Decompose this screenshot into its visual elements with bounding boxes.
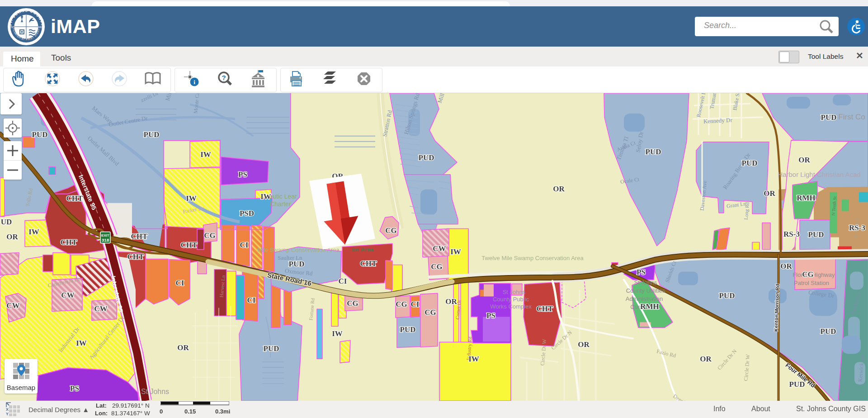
svg-text:County Public: County Public xyxy=(493,296,529,303)
svg-text:CI: CI xyxy=(240,241,249,250)
svg-text:PS: PS xyxy=(637,268,646,276)
svg-text:Y: Y xyxy=(6,412,9,416)
svg-text:Charter: Charter xyxy=(270,200,291,208)
svg-text:CHT: CHT xyxy=(66,194,83,203)
svg-text:CG: CG xyxy=(431,262,442,271)
svg-text:i: i xyxy=(193,79,195,86)
svg-text:CI: CI xyxy=(339,277,347,285)
svg-text:RS-3: RS-3 xyxy=(849,223,865,232)
svg-text:CG: CG xyxy=(385,226,396,235)
svg-text:CW: CW xyxy=(61,291,74,299)
svg-text:CG: CG xyxy=(802,270,813,279)
svg-text:OR: OR xyxy=(578,340,590,349)
svg-text:X: X xyxy=(6,407,9,412)
svg-text:318: 318 xyxy=(102,238,109,242)
svg-text:CG: CG xyxy=(396,300,407,309)
svg-text:PUD: PUD xyxy=(821,113,837,122)
svg-text:Administration: Administration xyxy=(626,295,663,302)
svg-text:Twelve Mile Swamp Conservation: Twelve Mile Swamp Conservation Area xyxy=(481,255,584,261)
svg-text:EST.: EST. xyxy=(9,26,15,28)
svg-text:PUD: PUD xyxy=(719,291,735,300)
svg-text:UD: UD xyxy=(1,218,12,226)
svg-text:IW: IW xyxy=(186,194,197,203)
svg-text:St Johns: St Johns xyxy=(141,388,169,395)
svg-text:CG: CG xyxy=(425,308,436,317)
svg-text:1821: 1821 xyxy=(38,26,43,28)
svg-text:CHT: CHT xyxy=(131,232,148,241)
svg-text:County Utilities: County Utilities xyxy=(626,287,665,294)
svg-text:on Area: on Area xyxy=(352,246,374,253)
svg-text:IW: IW xyxy=(76,339,87,347)
svg-text:PUD: PUD xyxy=(400,325,416,334)
svg-text:IW: IW xyxy=(200,150,211,159)
svg-text:OR: OR xyxy=(553,185,565,193)
svg-text:OR: OR xyxy=(764,189,775,198)
svg-text:OR: OR xyxy=(445,297,457,306)
svg-text:CG: CG xyxy=(347,299,358,308)
svg-text:PUD: PUD xyxy=(808,230,824,239)
svg-text:CHT: CHT xyxy=(360,259,377,268)
svg-text:PS: PS xyxy=(238,170,247,179)
svg-text:OR: OR xyxy=(700,355,712,363)
svg-text:IW: IW xyxy=(468,355,479,363)
svg-text:Patrol Station: Patrol Station xyxy=(794,280,829,286)
svg-text:CI: CI xyxy=(176,279,184,287)
svg-text:PUD: PUD xyxy=(821,327,836,336)
svg-text:PSD: PSD xyxy=(240,209,254,218)
svg-text:CHT: CHT xyxy=(181,241,198,250)
svg-text:PUD: PUD xyxy=(264,344,279,353)
svg-text:OR: OR xyxy=(6,233,18,241)
svg-text:Florida Highway: Florida Highway xyxy=(793,271,835,278)
svg-text:PUD: PUD xyxy=(32,130,48,139)
svg-text:PS: PS xyxy=(486,311,495,320)
svg-text:CW: CW xyxy=(433,244,446,253)
svg-text:RMH: RMH xyxy=(797,194,816,202)
svg-text:IW: IW xyxy=(332,329,343,338)
svg-text:CHT: CHT xyxy=(127,252,144,261)
svg-text:CHT: CHT xyxy=(537,304,553,313)
svg-text:CW: CW xyxy=(94,304,107,313)
svg-text:RS-3: RS-3 xyxy=(783,230,800,238)
svg-text:PUD: PUD xyxy=(144,130,160,139)
svg-text:PUD: PUD xyxy=(419,153,434,162)
svg-text:RMH: RMH xyxy=(640,302,659,311)
svg-text:CHT: CHT xyxy=(61,238,77,247)
svg-text:Harbor Light Christian Acad: Harbor Light Christian Acad xyxy=(778,171,860,178)
svg-text:PS: PS xyxy=(70,384,79,393)
svg-text:Works Complex: Works Complex xyxy=(490,303,532,310)
svg-text:CI: CI xyxy=(411,300,420,309)
svg-text:First Co: First Co xyxy=(838,113,865,121)
svg-text:St Johns: St Johns xyxy=(503,289,526,295)
svg-text:CI: CI xyxy=(247,296,256,304)
svg-text:IW: IW xyxy=(450,247,461,256)
svg-text:St Johns: St Johns xyxy=(634,279,657,286)
svg-text:IW: IW xyxy=(260,192,271,201)
svg-text:IW: IW xyxy=(28,228,39,236)
svg-text:PUD: PUD xyxy=(646,147,661,156)
svg-text:?: ? xyxy=(222,74,226,81)
svg-text:OR: OR xyxy=(177,343,189,352)
svg-text:PUD: PUD xyxy=(289,260,305,268)
svg-text:PUD: PUD xyxy=(742,159,758,167)
svg-text:OR: OR xyxy=(780,262,792,271)
svg-text:OR: OR xyxy=(798,156,810,164)
svg-text:EXIT: EXIT xyxy=(101,233,109,238)
svg-text:CW: CW xyxy=(6,301,19,310)
svg-text:CG: CG xyxy=(204,231,215,240)
